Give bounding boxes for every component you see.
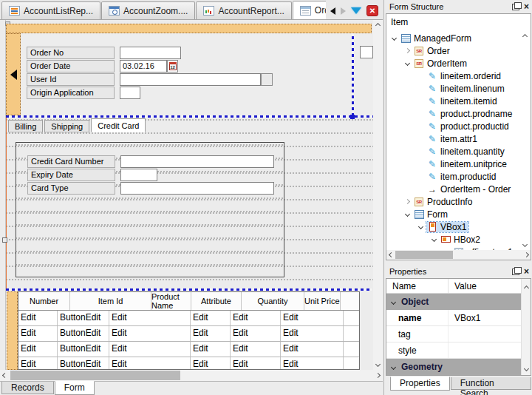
table-cell[interactable]: ButtonEdit <box>58 357 109 370</box>
tree-expand-chevron-icon[interactable] <box>405 199 410 204</box>
properties-panel-tab[interactable]: Properties <box>390 377 450 391</box>
table-cell[interactable]: Edit <box>109 357 191 370</box>
scroll-right-button[interactable] <box>374 370 382 381</box>
tree-node[interactable]: ProductInfo <box>386 195 531 208</box>
field-input[interactable] <box>120 87 140 99</box>
property-row[interactable]: style <box>386 342 521 359</box>
tree-expand-chevron-icon[interactable] <box>405 61 410 66</box>
tree-expand-chevron-icon[interactable] <box>405 48 410 53</box>
table-left-band[interactable] <box>7 291 18 370</box>
tree-node[interactable]: OrderItem - Order <box>386 183 531 195</box>
tree-node[interactable]: HBox2 <box>386 233 531 246</box>
canvas-horizontal-scrollbar[interactable] <box>0 370 383 381</box>
buttonedit-button[interactable] <box>261 73 273 86</box>
document-tab[interactable]: AccountListRep... <box>1 1 100 19</box>
detail-tab[interactable]: Billing <box>8 120 43 132</box>
geometry-section-header[interactable]: Geometry <box>386 359 521 375</box>
scroll-down-button[interactable] <box>373 360 383 368</box>
properties-scroll-up-button[interactable] <box>522 285 531 291</box>
float-panel-icon[interactable] <box>512 4 519 10</box>
table-column-header[interactable]: Number <box>18 292 70 310</box>
table-column-header[interactable]: Product Name <box>151 292 191 310</box>
tree-node[interactable]: product.productid <box>386 120 531 132</box>
field-label[interactable]: Order No <box>27 47 115 59</box>
tree-node[interactable]: OrderItem <box>386 57 531 70</box>
tree-node[interactable]: ManagedForm <box>386 32 531 44</box>
tree-node[interactable]: VBox1 <box>386 220 531 233</box>
table-cell[interactable]: ButtonEdit <box>58 311 109 325</box>
tree-scroll-down-button[interactable] <box>521 241 529 248</box>
table-cell[interactable]: Edit <box>281 311 344 325</box>
close-panel-icon[interactable]: × <box>524 3 529 10</box>
document-tab[interactable]: OrderForm.4fd... <box>293 1 326 19</box>
property-value[interactable]: VBox1 <box>449 310 521 325</box>
tree-node[interactable]: lineitem.quantity <box>386 145 531 158</box>
table-cell[interactable]: ButtonEdit <box>58 342 109 357</box>
field-input[interactable] <box>120 47 181 59</box>
table-cell[interactable]: Edit <box>281 326 344 341</box>
float-panel-icon[interactable] <box>512 269 519 275</box>
canvas-vertical-scrollbar[interactable] <box>373 20 383 370</box>
table-column-header[interactable]: Item Id <box>70 292 151 310</box>
table-cell[interactable]: Edit <box>191 357 231 370</box>
table-cell[interactable]: Edit <box>18 326 58 341</box>
properties-scroll-down-button[interactable] <box>522 365 531 372</box>
table-cell[interactable]: Edit <box>191 311 231 325</box>
detail-section[interactable]: Billing Shipping Credit Card Credit Card… <box>6 118 373 288</box>
field-label[interactable]: Credit Card Number <box>27 155 115 168</box>
table-cell[interactable]: Edit <box>109 326 191 341</box>
tree-node[interactable]: Order <box>386 44 531 57</box>
horizontal-scroll-thumb[interactable] <box>10 371 180 380</box>
tree-node[interactable]: lineitem.unitprice <box>386 158 531 170</box>
tree-node[interactable]: Form <box>386 208 531 220</box>
table-cell[interactable]: Edit <box>231 311 281 325</box>
table-cell[interactable]: Edit <box>231 357 281 370</box>
table-cell[interactable]: Edit <box>109 342 191 357</box>
tree-scroll-left-button[interactable] <box>387 250 395 260</box>
document-tab[interactable]: AccountZoom.... <box>101 1 195 19</box>
properties-panel-tab[interactable]: Function Search <box>451 377 531 390</box>
field-input[interactable]: 03.02.16 <box>120 60 167 72</box>
tree-node[interactable]: lineitem.linenum <box>386 82 531 95</box>
designer-view-tab[interactable]: Records <box>1 382 54 394</box>
form-design-surface[interactable]: Order No 12 Order Date 03.02.16 12 <box>0 20 373 370</box>
table-cell[interactable]: ButtonEdit <box>58 326 109 341</box>
clipped-field[interactable] <box>360 46 373 58</box>
table-column-header[interactable]: Unit Price <box>304 292 341 310</box>
field-input[interactable] <box>120 182 274 195</box>
table-column-header[interactable]: Quantity <box>242 292 304 310</box>
tree-expand-chevron-icon[interactable] <box>392 36 397 41</box>
document-tab[interactable]: AccountReport... <box>196 1 291 19</box>
table-cell[interactable]: Edit <box>281 357 344 370</box>
detail-tab[interactable]: Credit Card <box>91 118 146 132</box>
tree-expand-chevron-icon[interactable] <box>405 212 410 217</box>
field-label[interactable]: Order Date <box>27 60 115 72</box>
close-document-button[interactable]: ✕ <box>366 5 378 16</box>
property-row[interactable]: name VBox1 <box>386 310 521 326</box>
tree-node[interactable]: lineitem.orderid <box>386 70 531 82</box>
tree-scroll-right-button[interactable] <box>522 250 530 260</box>
scroll-up-button[interactable] <box>373 21 383 30</box>
tree-node[interactable]: item.productid <box>386 170 531 183</box>
property-value[interactable] <box>449 342 521 358</box>
tree-node[interactable]: product.prodname <box>386 107 531 120</box>
table-cell[interactable]: Edit <box>231 342 281 357</box>
field-label[interactable]: Origin Application <box>27 87 115 99</box>
left-collapser-band[interactable] <box>6 33 21 115</box>
scroll-tabs-right-button[interactable] <box>341 7 346 15</box>
field-label[interactable]: Expiry Date <box>27 169 115 181</box>
table-cell[interactable]: Edit <box>18 311 58 325</box>
field-label[interactable]: User Id <box>27 73 115 86</box>
table-cell[interactable]: Edit <box>281 342 344 357</box>
value-column-header[interactable]: Value <box>449 279 477 293</box>
field-input[interactable] <box>120 73 261 86</box>
detail-tab[interactable]: Shipping <box>44 120 89 132</box>
toolbar-placeholder-band[interactable] <box>6 24 372 33</box>
table-column-header[interactable]: Attribute <box>191 292 242 310</box>
scroll-tabs-left-button[interactable] <box>330 7 335 15</box>
tree-horizontal-scrollbar[interactable] <box>386 250 531 260</box>
tree-expand-chevron-icon[interactable] <box>418 224 423 229</box>
table-cell[interactable]: Edit <box>191 326 231 341</box>
calendar-button[interactable]: 12 <box>167 60 178 72</box>
object-section-header[interactable]: Object <box>386 294 521 310</box>
